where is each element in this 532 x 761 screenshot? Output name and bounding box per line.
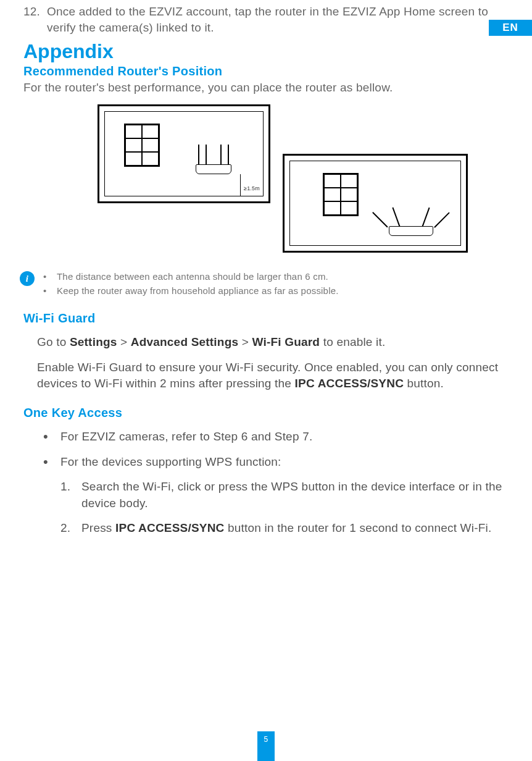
section-one-key-access-heading: One Key Access	[23, 406, 513, 420]
step-text: Once added to the EZVIZ account, tap the…	[47, 4, 513, 35]
page-content: 12. Once added to the EZVIZ account, tap…	[0, 4, 532, 537]
list-item: 1. Search the Wi-Fi, click or press the …	[60, 479, 513, 511]
language-tab: EN	[489, 20, 532, 36]
router-position-diagram: ≥1.5m	[23, 101, 513, 261]
list-item: •For EZVIZ cameras, refer to Step 6 and …	[43, 429, 513, 445]
room-diagram-bad	[283, 154, 468, 253]
info-bullet-text: The distance between each antenna should…	[57, 270, 328, 284]
router-spread-icon	[383, 205, 439, 236]
info-bullet-list: •The distance between each antenna shoul…	[43, 270, 339, 298]
info-note: i •The distance between each antenna sho…	[23, 270, 513, 298]
one-key-bullet-list: •For EZVIZ cameras, refer to Step 6 and …	[23, 429, 513, 470]
section-router-position-heading: Recommended Router's Position	[23, 64, 513, 78]
section-wifi-guard-heading: Wi-Fi Guard	[23, 311, 513, 326]
window-icon	[323, 173, 359, 216]
room-diagram-good: ≥1.5m	[98, 104, 270, 203]
step-number: 12.	[23, 4, 47, 35]
list-item: 2. Press IPC ACCESS/SYNC button in the r…	[60, 520, 513, 537]
wifi-guard-path: Go to Settings > Advanced Settings > Wi-…	[37, 334, 513, 351]
wifi-guard-body: Go to Settings > Advanced Settings > Wi-…	[23, 334, 513, 392]
list-item: •For the devices supporting WPS function…	[43, 454, 513, 471]
height-label: ≥1.5m	[244, 185, 260, 191]
router-upright-icon	[192, 143, 235, 174]
wps-ordered-list: 1. Search the Wi-Fi, click or press the …	[23, 479, 513, 537]
appendix-heading: Appendix	[23, 40, 513, 63]
height-indicator-line	[240, 174, 241, 196]
page-number-tab: 5	[257, 731, 275, 761]
wifi-guard-desc: Enable Wi-Fi Guard to ensure your Wi-Fi …	[37, 359, 513, 392]
info-bullet-text: Keep the router away from household appl…	[57, 284, 339, 298]
info-icon: i	[20, 271, 35, 286]
step-12: 12. Once added to the EZVIZ account, tap…	[23, 4, 513, 35]
router-position-lead: For the router's best performance, you c…	[23, 81, 513, 95]
window-icon	[124, 124, 160, 167]
